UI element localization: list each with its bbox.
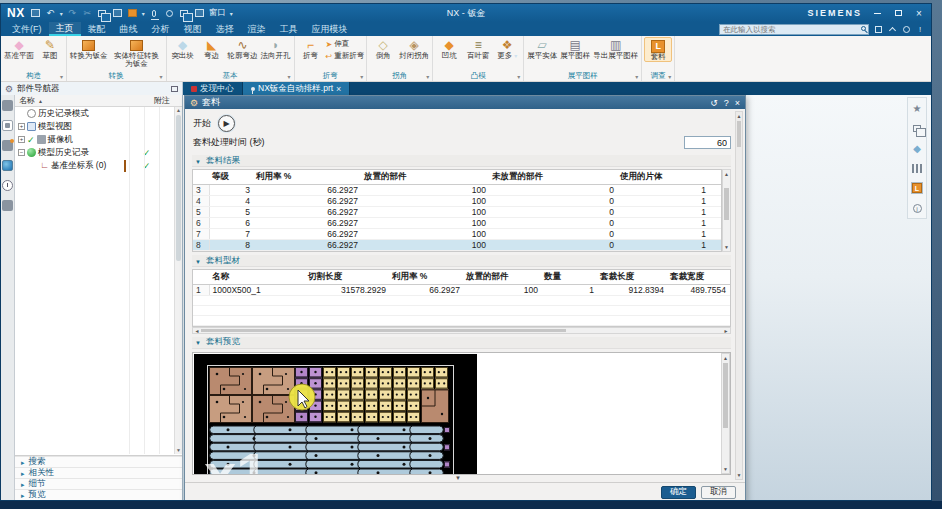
window-copy-icon[interactable] — [911, 122, 923, 134]
tab-application[interactable]: 应用模块 — [305, 22, 355, 36]
tree-item-model-views[interactable]: +模型视图 — [15, 120, 182, 133]
section-preview[interactable]: 套料预览 — [192, 337, 731, 349]
search-input[interactable] — [719, 24, 869, 35]
minimize-button[interactable] — [871, 8, 883, 19]
scroll-up-icon[interactable] — [175, 107, 182, 114]
tab-discover-center[interactable]: 发现中心 — [183, 82, 243, 95]
tree-item-datum-csys[interactable]: ∟基准坐标系 (0) ✓ — [15, 159, 182, 172]
graphics-area[interactable]: ★ ◆ L i ⚙ 套料 — [183, 95, 931, 500]
cancel-button[interactable]: 取消 — [701, 486, 736, 499]
tab-tools[interactable]: 工具 — [273, 22, 305, 36]
bend-button[interactable]: ⌐折弯 — [297, 37, 325, 60]
scroll-down-icon[interactable] — [175, 447, 182, 454]
section-results[interactable]: 套料结果 — [192, 155, 731, 167]
flat-pattern-button[interactable]: ▤展平图样 — [559, 37, 591, 60]
preview-scrollbar[interactable] — [721, 353, 730, 474]
chamfer-button[interactable]: ◇倒角 — [369, 37, 397, 60]
undo-dropdown-icon[interactable] — [60, 10, 63, 17]
reuse-library-icon[interactable] — [2, 140, 13, 151]
nesting-tool-icon[interactable]: L — [911, 182, 923, 194]
search-icon[interactable] — [861, 26, 866, 31]
section-search[interactable]: 搜索 — [15, 456, 182, 467]
louver-button[interactable]: ≡百叶窗 — [464, 37, 492, 60]
section-dependencies[interactable]: 相关性 — [15, 467, 182, 478]
roles-icon[interactable] — [2, 200, 13, 211]
group-dropdown-icon[interactable] — [60, 73, 63, 80]
dialog-title-bar[interactable]: ⚙ 套料 — [185, 96, 745, 109]
rebend-button[interactable]: ↩重新折弯 — [326, 51, 365, 61]
tree-item-history-mode[interactable]: 历史记录模式 — [15, 107, 182, 120]
swatch-dropdown-icon[interactable] — [142, 10, 145, 17]
window-menu[interactable]: 窗口 — [209, 7, 226, 19]
section-collapse-icon[interactable] — [195, 337, 201, 347]
expander-icon[interactable]: + — [18, 136, 25, 143]
results-scrollbar[interactable] — [722, 169, 731, 252]
unbend-button[interactable]: ➤伸直 — [326, 39, 365, 49]
voice-command-icon[interactable] — [149, 8, 160, 19]
nesting-button[interactable]: L套料 — [644, 37, 672, 62]
scroll-thumb[interactable] — [201, 329, 566, 332]
flat-solid-button[interactable]: ▱展平实体 — [526, 37, 558, 60]
flange-button[interactable]: ◣弯边 — [198, 37, 226, 60]
navigator-column-header[interactable]: 名称 附注 — [15, 95, 182, 107]
fullscreen-icon[interactable] — [873, 24, 883, 34]
start-play-button[interactable] — [218, 115, 235, 132]
results-table[interactable]: 等级利用率 %放置的部件未放置的部件使用的片体3366.292710001446… — [192, 169, 722, 252]
color-swatch-icon[interactable] — [127, 8, 138, 19]
time-input[interactable] — [684, 136, 731, 149]
scroll-thumb[interactable] — [724, 188, 729, 220]
contour-flange-button[interactable]: ∿轮廓弯边 — [227, 37, 259, 60]
dialog-gear-icon[interactable]: ⚙ — [190, 98, 198, 108]
tree-item-cameras[interactable]: +✓摄像机 — [15, 133, 182, 146]
tab-selection[interactable]: 选择 — [209, 22, 241, 36]
window-menu-dropdown-icon[interactable] — [230, 10, 233, 17]
redo-icon[interactable]: ↷ — [67, 8, 78, 19]
nest-preview-canvas[interactable] — [194, 354, 477, 475]
section-profiles[interactable]: 套料型材 — [192, 255, 731, 267]
navigator-scrollbar[interactable] — [174, 107, 182, 454]
group-dropdown-icon[interactable] — [635, 73, 638, 80]
assembly-navigator-icon[interactable] — [2, 100, 13, 111]
scroll-thumb[interactable] — [176, 115, 181, 261]
group-dropdown-icon[interactable] — [517, 73, 520, 80]
new-feature-icon[interactable]: ★ — [911, 102, 923, 114]
dialog-close-icon[interactable] — [735, 98, 740, 108]
touch-mode-icon[interactable] — [164, 8, 175, 19]
part-navigator-icon[interactable] — [2, 120, 13, 131]
scroll-thumb[interactable] — [723, 363, 728, 428]
tab-render[interactable]: 渲染 — [241, 22, 273, 36]
minimize-ribbon-icon[interactable] — [887, 24, 897, 34]
profiles-hscrollbar[interactable] — [192, 327, 731, 334]
tab-home[interactable]: 主页 — [49, 22, 81, 36]
datum-plane-button[interactable]: ◆基准平面 — [3, 37, 35, 60]
tab-feature-button[interactable]: ◆突出块 — [169, 37, 197, 60]
tree-item-model-history[interactable]: −模型历史记录 ✓ — [15, 146, 182, 159]
ok-button[interactable]: 确定 — [661, 486, 696, 499]
solid-to-sheetmetal-button[interactable]: 实体特征转换为钣金 — [110, 37, 164, 68]
group-dropdown-icon[interactable] — [668, 73, 671, 80]
cascade-windows-icon[interactable] — [179, 8, 190, 19]
info-icon[interactable]: i — [911, 202, 923, 214]
copy-icon[interactable] — [97, 8, 108, 19]
close-button[interactable] — [913, 8, 925, 19]
section-collapse-icon[interactable] — [195, 156, 201, 166]
navigator-gear-icon[interactable]: ⚙ — [5, 84, 13, 94]
expander-icon[interactable]: + — [18, 123, 25, 130]
sketch-button[interactable]: ✎草图 — [36, 37, 64, 60]
group-dropdown-icon[interactable] — [426, 73, 429, 80]
expander-icon[interactable]: − — [18, 149, 25, 156]
tab-curve[interactable]: 曲线 — [113, 22, 145, 36]
group-dropdown-icon[interactable] — [287, 73, 290, 80]
section-collapse-icon[interactable] — [195, 256, 201, 266]
alerts-icon[interactable]: ! — [915, 24, 925, 34]
diamond-tool-icon[interactable]: ◆ — [911, 142, 923, 154]
user-assist-icon[interactable] — [901, 24, 911, 34]
dialog-more-icon[interactable] — [185, 475, 731, 482]
more-button[interactable]: ❖更多 — [493, 37, 521, 60]
paste-icon[interactable] — [112, 8, 123, 19]
cut-icon[interactable]: ✂ — [82, 8, 93, 19]
history-palette-icon[interactable] — [2, 180, 13, 191]
save-icon[interactable] — [30, 8, 41, 19]
section-preview[interactable]: 预览 — [15, 489, 182, 500]
undo-icon[interactable]: ↶ — [45, 8, 56, 19]
